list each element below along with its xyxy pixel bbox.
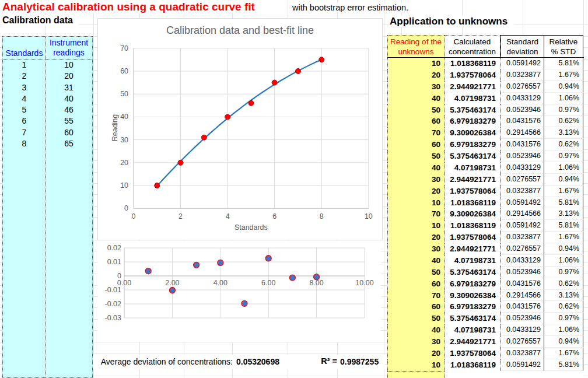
calculated-concentration-cell[interactable]: 5.375463174: [444, 104, 501, 116]
unknown-reading-cell[interactable]: 40: [387, 93, 444, 104]
unknown-reading-cell[interactable]: 50: [387, 150, 444, 162]
calculated-concentration-cell[interactable]: 6.979183279: [444, 116, 501, 127]
standard-deviation-cell[interactable]: 0.2914566: [501, 290, 544, 302]
calculated-concentration-cell[interactable]: 2.944921771: [444, 174, 501, 186]
unknown-reading-cell[interactable]: 70: [387, 127, 444, 139]
unknown-reading-cell[interactable]: 70: [387, 290, 444, 302]
relative-std-cell[interactable]: 5.81%: [544, 58, 583, 69]
relative-std-cell[interactable]: 0.94%: [544, 336, 583, 348]
unknown-reading-cell[interactable]: 40: [387, 324, 444, 336]
unknown-reading-cell[interactable]: 10: [387, 359, 444, 371]
unknown-reading-cell[interactable]: 60: [387, 278, 444, 290]
reading-cell[interactable]: 46: [46, 104, 92, 116]
r-squared-label[interactable]: R² =: [280, 356, 337, 366]
standard-deviation-cell[interactable]: 0.0523946: [501, 267, 544, 278]
relative-std-cell[interactable]: 0.97%: [544, 104, 583, 116]
reading-cell[interactable]: 20: [46, 71, 92, 82]
unknown-reading-cell[interactable]: 50: [387, 104, 444, 116]
standard-deviation-cell[interactable]: 0.0591492: [501, 58, 544, 69]
calculated-concentration-cell[interactable]: 1.937578064: [444, 232, 501, 243]
calculated-concentration-cell[interactable]: 4.07198731: [444, 324, 501, 336]
calculated-concentration-cell[interactable]: 4.07198731: [444, 93, 501, 104]
calculated-concentration-cell[interactable]: 2.944921771: [444, 243, 501, 255]
standard-deviation-cell[interactable]: 0.0276557: [501, 243, 544, 255]
calculated-concentration-cell[interactable]: 1.937578064: [444, 186, 501, 197]
col-header-instrument-readings[interactable]: Instrument readings: [46, 38, 92, 58]
standard-deviation-cell[interactable]: 0.0323877: [501, 69, 544, 81]
relative-std-cell[interactable]: 3.13%: [544, 290, 583, 302]
calculated-concentration-cell[interactable]: 6.979183279: [444, 301, 501, 313]
reading-cell[interactable]: 60: [46, 127, 92, 138]
reading-cell[interactable]: 55: [46, 116, 92, 127]
standard-deviation-cell[interactable]: 0.0431576: [501, 278, 544, 290]
calculated-concentration-cell[interactable]: 9.309026384: [444, 127, 501, 139]
standard-cell[interactable]: 3: [3, 82, 46, 93]
calculated-concentration-cell[interactable]: 9.309026384: [444, 290, 501, 302]
relative-std-cell[interactable]: 0.62%: [544, 301, 583, 313]
relative-std-cell[interactable]: 0.97%: [544, 150, 583, 162]
standard-deviation-cell[interactable]: 0.0276557: [501, 336, 544, 348]
unknown-reading-cell[interactable]: 20: [387, 186, 444, 197]
relative-std-cell[interactable]: 1.06%: [544, 324, 583, 336]
calculated-concentration-cell[interactable]: 2.944921771: [444, 336, 501, 348]
unknown-reading-cell[interactable]: 40: [387, 255, 444, 267]
standard-deviation-cell[interactable]: 0.0276557: [501, 174, 544, 186]
col-header-standard-deviation[interactable]: Standard deviation: [501, 35, 544, 57]
relative-std-cell[interactable]: 0.97%: [544, 313, 583, 324]
calculated-concentration-cell[interactable]: 5.375463174: [444, 267, 501, 278]
unknown-reading-cell[interactable]: 20: [387, 232, 444, 243]
relative-std-cell[interactable]: 3.13%: [544, 127, 583, 139]
reading-cell[interactable]: 31: [46, 82, 92, 93]
calculated-concentration-cell[interactable]: 6.979183279: [444, 278, 501, 290]
col-header-reading-of-unknowns[interactable]: Reading of the unknowns: [387, 35, 444, 57]
relative-std-cell[interactable]: 1.67%: [544, 69, 583, 81]
calculated-concentration-cell[interactable]: 9.309026384: [444, 208, 501, 220]
relative-std-cell[interactable]: 5.81%: [544, 197, 583, 209]
relative-std-cell[interactable]: 1.67%: [544, 186, 583, 197]
unknowns-heading[interactable]: Application to unknowns: [390, 16, 514, 27]
standard-deviation-cell[interactable]: 0.2914566: [501, 127, 544, 139]
relative-std-cell[interactable]: 5.81%: [544, 359, 583, 371]
calculated-concentration-cell[interactable]: 1.018368119: [444, 58, 501, 69]
unknown-reading-cell[interactable]: 30: [387, 336, 444, 348]
col-header-standards[interactable]: Standards: [3, 48, 46, 58]
unknown-reading-cell[interactable]: 30: [387, 174, 444, 186]
calibration-heading[interactable]: Calibration data: [2, 15, 79, 26]
unknown-reading-cell[interactable]: 50: [387, 313, 444, 324]
residuals-chart[interactable]: 0.020.010-0.01-0.02-0.030.002.004.006.00…: [97, 241, 381, 342]
avg-deviation-label[interactable]: Average deviation of concentrations:: [97, 357, 233, 366]
relative-std-cell[interactable]: 0.62%: [544, 116, 583, 127]
col-header-calculated-concentration[interactable]: Calculated concentration: [444, 35, 501, 57]
relative-std-cell[interactable]: 1.67%: [544, 232, 583, 243]
unknown-reading-cell[interactable]: 30: [387, 243, 444, 255]
standard-cell[interactable]: 2: [3, 71, 46, 82]
reading-cell[interactable]: 10: [46, 60, 92, 71]
standard-deviation-cell[interactable]: 0.0323877: [501, 232, 544, 243]
standard-deviation-cell[interactable]: 0.0433129: [501, 255, 544, 267]
unknown-reading-cell[interactable]: 30: [387, 81, 444, 93]
reading-cell[interactable]: 65: [46, 138, 92, 149]
standard-cell[interactable]: 7: [3, 127, 46, 138]
calculated-concentration-cell[interactable]: 4.07198731: [444, 255, 501, 267]
standard-deviation-cell[interactable]: 0.0433129: [501, 93, 544, 104]
unknown-reading-cell[interactable]: 60: [387, 116, 444, 127]
calculated-concentration-cell[interactable]: 5.375463174: [444, 313, 501, 324]
standard-deviation-cell[interactable]: 0.0276557: [501, 81, 544, 93]
calculated-concentration-cell[interactable]: 1.018368119: [444, 359, 501, 371]
reading-cell[interactable]: 40: [46, 93, 92, 104]
standard-deviation-cell[interactable]: 0.0323877: [501, 348, 544, 359]
standard-cell[interactable]: 6: [3, 116, 46, 127]
unknown-reading-cell[interactable]: 20: [387, 69, 444, 81]
calculated-concentration-cell[interactable]: 1.018368119: [444, 220, 501, 232]
col-header-relative-std[interactable]: Relative % STD: [544, 35, 583, 57]
calculated-concentration-cell[interactable]: 6.979183279: [444, 139, 501, 150]
relative-std-cell[interactable]: 5.81%: [544, 220, 583, 232]
standard-deviation-cell[interactable]: 0.0323877: [501, 186, 544, 197]
unknown-reading-cell[interactable]: 10: [387, 58, 444, 69]
unknown-reading-cell[interactable]: 60: [387, 301, 444, 313]
unknown-reading-cell[interactable]: 20: [387, 348, 444, 359]
relative-std-cell[interactable]: 0.62%: [544, 139, 583, 150]
relative-std-cell[interactable]: 0.94%: [544, 81, 583, 93]
relative-std-cell[interactable]: 3.13%: [544, 208, 583, 220]
calculated-concentration-cell[interactable]: 1.018368119: [444, 197, 501, 209]
